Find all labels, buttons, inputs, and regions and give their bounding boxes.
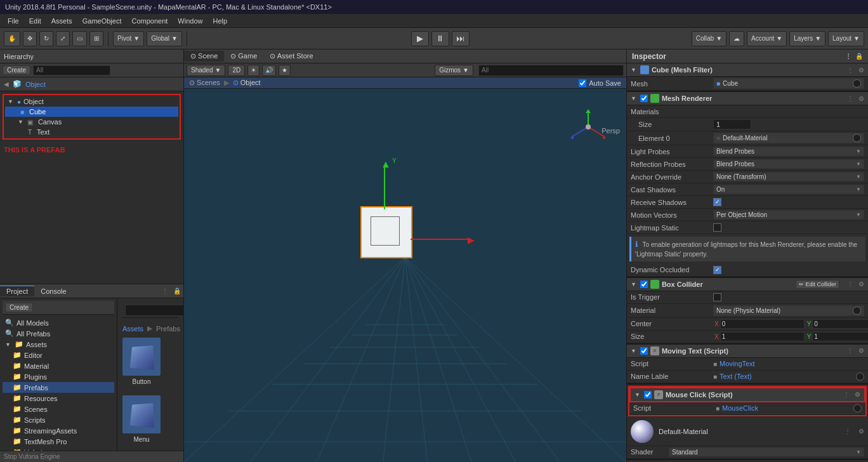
hierarchy-item-text[interactable]: T Text (5, 127, 178, 137)
scene-search[interactable] (478, 65, 624, 76)
step-button[interactable]: ⏭ (452, 31, 470, 46)
menu-window[interactable]: Window (173, 16, 207, 26)
mouse-click-header[interactable]: ▼ # Mouse Click (Script) ⋮ ⚙ (629, 387, 865, 402)
size-y-input[interactable] (812, 332, 868, 341)
asset-button[interactable]: Button (122, 338, 161, 385)
inspector-options[interactable]: ⋮ (845, 53, 852, 60)
element0-circle[interactable] (853, 134, 861, 142)
auto-save-label[interactable]: Auto Save (579, 79, 621, 87)
fx-btn[interactable]: ★ (279, 65, 291, 76)
box-collider-opts[interactable]: ⋮ (847, 280, 853, 287)
menu-gameobject[interactable]: GameObject (77, 16, 127, 26)
light-btn[interactable]: ☀ (247, 65, 260, 76)
material-gear[interactable]: ⚙ (858, 428, 864, 435)
light-probes-dropdown[interactable]: Blend Probes ▼ (713, 147, 864, 156)
project-create-btn[interactable]: Create (5, 303, 33, 312)
center-y-input[interactable] (812, 319, 868, 329)
name-lable-circle[interactable] (856, 373, 864, 381)
dynamic-occluded-checkbox[interactable] (713, 266, 721, 274)
menu-help[interactable]: Help (207, 16, 232, 26)
edit-collider-btn[interactable]: ✏ Edit Collider (796, 280, 839, 289)
layout-btn[interactable]: Layout ▼ (828, 31, 864, 46)
scene-breadcrumb-scenes[interactable]: ⊙ Scenes (189, 79, 220, 87)
rect-tool[interactable]: ▭ (72, 31, 87, 46)
sidebar-assets[interactable]: ▼ 📁 Assets (3, 339, 114, 350)
mesh-filter-opts[interactable]: ⋮ (847, 67, 853, 74)
center-x-input[interactable] (720, 319, 805, 329)
mesh-value-dropdown[interactable]: ■ Cube (713, 78, 864, 89)
play-button[interactable]: ▶ (411, 31, 429, 46)
tab-scene[interactable]: ⊙ Scene (184, 51, 224, 62)
cloud-btn[interactable]: ☁ (729, 31, 744, 46)
scene-canvas[interactable]: ▲ Y ▶ Persp (184, 89, 626, 462)
2d-btn[interactable]: 2D (228, 65, 245, 76)
moving-text-header[interactable]: ▼ # Moving Text (Script) ⋮ ⚙ (627, 345, 868, 358)
menu-edit[interactable]: Edit (24, 16, 46, 26)
scene-cube[interactable] (360, 206, 412, 258)
project-options[interactable]: ⋮ (159, 287, 171, 294)
box-collider-header[interactable]: ▼ Box Collider ✏ Edit Collider ⋮ ⚙ (627, 278, 868, 291)
mesh-filter-header[interactable]: ▼ Cube (Mesh Filter) ⋮ ⚙ (627, 63, 868, 77)
mouse-click-enabled[interactable] (644, 391, 652, 399)
pause-button[interactable]: ⏸ (431, 31, 449, 46)
sidebar-all-models[interactable]: 🔍 All Models (3, 317, 114, 328)
tab-console[interactable]: Console (34, 286, 72, 296)
mouse-click-gear[interactable]: ⚙ (855, 391, 860, 398)
sidebar-all-prefabs[interactable]: 🔍 All Prefabs (3, 328, 114, 339)
project-search-input[interactable] (125, 305, 183, 316)
pivot-btn[interactable]: Pivot ▼ (113, 31, 144, 46)
mouse-script-circle[interactable] (853, 404, 862, 412)
mesh-renderer-enabled[interactable] (640, 95, 648, 102)
size-x-input[interactable] (720, 332, 805, 341)
collider-material-dropdown[interactable]: None (Physic Material) (713, 305, 864, 316)
sidebar-editor[interactable]: 📁 Editor (3, 350, 114, 360)
tab-game[interactable]: ⊙ Game (224, 51, 263, 62)
lightmap-static-checkbox[interactable] (713, 223, 721, 232)
sidebar-resources[interactable]: 📁 Resources (3, 393, 114, 404)
material-opts[interactable]: ⋮ (845, 428, 851, 435)
menu-component[interactable]: Component (126, 16, 173, 26)
sidebar-plugins[interactable]: 📁 Plugins (3, 371, 114, 382)
sidebar-prefabs[interactable]: 📁 Prefabs (3, 382, 114, 393)
auto-save-checkbox[interactable] (579, 79, 586, 87)
collider-material-circle[interactable] (853, 307, 861, 315)
moving-text-enabled[interactable] (640, 347, 648, 355)
box-collider-enabled[interactable] (640, 280, 648, 288)
hierarchy-create-btn[interactable]: Create (3, 65, 30, 75)
moving-text-opts[interactable]: ⋮ (847, 347, 853, 354)
menu-assets[interactable]: Assets (46, 16, 77, 26)
mesh-renderer-opts[interactable]: ⋮ (847, 95, 853, 102)
rotate-tool[interactable]: ↻ (39, 31, 53, 46)
sidebar-textmesh[interactable]: 📁 TextMesh Pro (3, 436, 114, 447)
breadcrumb-assets[interactable]: Assets (122, 325, 143, 333)
hierarchy-item-object[interactable]: ▼ ● Object (5, 96, 178, 107)
shading-dropdown[interactable]: Shaded ▼ (187, 65, 225, 76)
mesh-renderer-gear[interactable]: ⚙ (858, 95, 864, 102)
sidebar-scenes[interactable]: 📁 Scenes (3, 404, 114, 414)
transform-tool[interactable]: ⊞ (89, 31, 103, 46)
project-lock[interactable]: 🔒 (171, 287, 183, 294)
collab-btn[interactable]: Collab ▼ (692, 31, 727, 46)
scale-tool[interactable]: ⤢ (56, 31, 70, 46)
mesh-circle-btn[interactable] (853, 79, 861, 88)
mesh-renderer-header[interactable]: ▼ Mesh Renderer ⋮ ⚙ (627, 92, 868, 105)
mesh-filter-gear[interactable]: ⚙ (858, 67, 864, 74)
layers-btn[interactable]: Layers ▼ (789, 31, 825, 46)
box-collider-gear[interactable]: ⚙ (858, 280, 864, 287)
sound-btn[interactable]: 🔊 (262, 65, 276, 76)
hierarchy-item-canvas[interactable]: ▼ ▣ Canvas (5, 117, 178, 127)
sidebar-material[interactable]: 📁 Material (3, 360, 114, 371)
cast-shadows-dropdown[interactable]: On ▼ (713, 185, 864, 194)
inspector-lock[interactable]: 🔒 (855, 53, 863, 60)
receive-shadows-checkbox[interactable] (713, 198, 721, 206)
move-tool[interactable]: ✥ (23, 31, 37, 46)
moving-text-gear[interactable]: ⚙ (858, 347, 864, 354)
mouse-click-opts[interactable]: ⋮ (843, 391, 850, 398)
anchor-override-dropdown[interactable]: None (Transform) ▼ (713, 172, 864, 182)
tab-project[interactable]: Project (0, 286, 34, 296)
reflection-probes-dropdown[interactable]: Blend Probes ▼ (713, 159, 864, 169)
motion-vectors-dropdown[interactable]: Per Object Motion ▼ (713, 210, 864, 220)
tab-asset-store[interactable]: ⊙ Asset Store (263, 51, 319, 62)
menu-file[interactable]: File (3, 16, 24, 26)
hierarchy-tab[interactable]: Hierarchy (4, 53, 34, 60)
